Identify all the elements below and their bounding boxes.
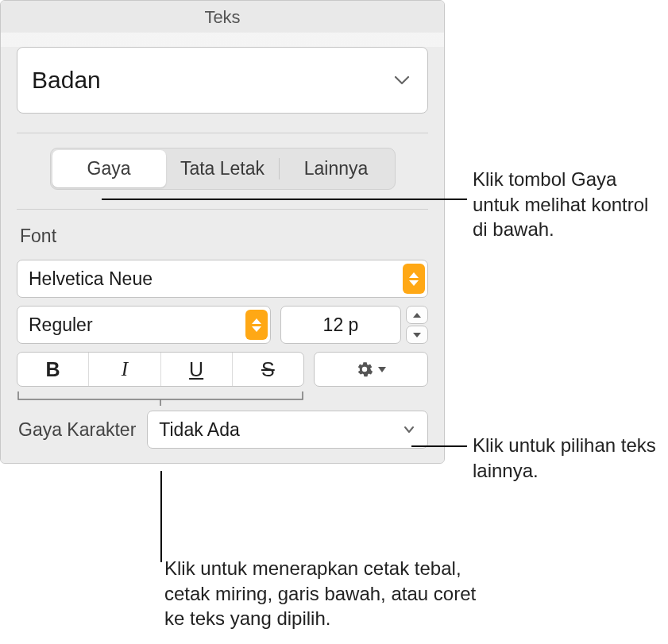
tab-lainnya[interactable]: Lainnya	[280, 150, 393, 187]
panel-title: Teks	[1, 1, 444, 33]
callout-gaya-tab: Klik tombol Gaya untuk melihat kontrol d…	[473, 167, 659, 242]
callout-line	[411, 445, 467, 447]
font-size-step-up[interactable]	[406, 306, 428, 324]
underline-button[interactable]: U	[161, 353, 233, 386]
font-section-label: Font	[20, 226, 428, 247]
chevron-up-icon	[413, 313, 421, 318]
chevron-down-icon	[404, 426, 415, 434]
chevron-down-icon	[378, 367, 386, 372]
paragraph-style-label: Badan	[32, 67, 101, 94]
font-size-stepper: 12 p	[280, 306, 428, 344]
tab-segmented-control: Gaya Tata Letak Lainnya	[50, 148, 396, 190]
callout-style-buttons: Klik untuk menerapkan cetak tebal, cetak…	[164, 556, 498, 631]
updown-arrows-icon	[245, 310, 268, 340]
font-family-select[interactable]: Helvetica Neue	[17, 260, 428, 298]
italic-button[interactable]: I	[89, 353, 160, 386]
font-size-step-down[interactable]	[406, 326, 428, 344]
character-style-row: Gaya Karakter Tidak Ada	[17, 411, 428, 449]
character-style-select[interactable]: Tidak Ada	[147, 411, 428, 449]
text-format-panel: Teks Badan Gaya Tata Letak Lainnya Font …	[0, 0, 445, 464]
chevron-down-icon	[413, 333, 421, 337]
callout-line	[102, 199, 467, 200]
font-family-value: Helvetica Neue	[29, 268, 153, 290]
gear-icon	[356, 361, 373, 378]
advanced-options-button[interactable]	[314, 352, 428, 387]
bold-button[interactable]: B	[17, 353, 89, 386]
panel-content: Badan Gaya Tata Letak Lainnya Font Helve…	[1, 47, 444, 463]
divider	[17, 133, 428, 133]
divider	[17, 209, 428, 210]
font-size-field[interactable]: 12 p	[280, 306, 401, 344]
tab-tata-letak[interactable]: Tata Letak	[166, 150, 280, 187]
style-toolbar-row: B I U S	[17, 352, 428, 387]
font-weight-size-row: Reguler 12 p	[17, 306, 428, 344]
bracket-decoration	[17, 391, 304, 406]
font-size-stepper-buttons	[406, 306, 428, 344]
chevron-down-icon	[394, 75, 410, 86]
callout-line	[160, 471, 162, 562]
strikethrough-button[interactable]: S	[233, 353, 303, 386]
callout-advanced: Klik untuk pilihan teks lainnya.	[473, 433, 659, 483]
tab-gaya[interactable]: Gaya	[52, 150, 166, 187]
updown-arrows-icon	[403, 264, 425, 294]
paragraph-style-select[interactable]: Badan	[17, 47, 428, 114]
character-style-value: Tidak Ada	[159, 419, 239, 441]
font-weight-value: Reguler	[29, 314, 93, 336]
text-style-button-group: B I U S	[17, 352, 304, 387]
character-style-label: Gaya Karakter	[17, 419, 136, 441]
font-weight-select[interactable]: Reguler	[17, 306, 271, 344]
